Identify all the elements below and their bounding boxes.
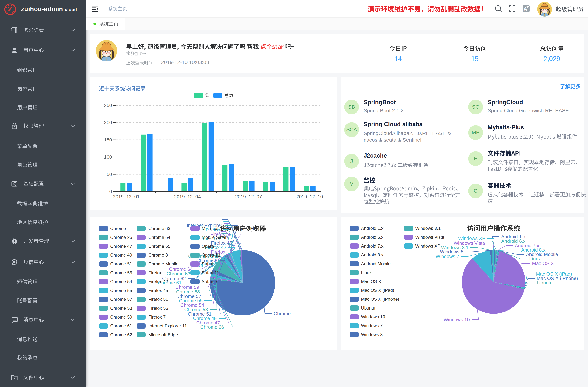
svg-text:Chrome 57: Chrome 57 (110, 297, 132, 302)
svg-text:Windows 7: Windows 7 (436, 254, 459, 259)
svg-text:Chrome 26: Chrome 26 (200, 324, 224, 330)
svg-text:Chrome 47: Chrome 47 (110, 244, 132, 249)
svg-text:Chrome 59: Chrome 59 (110, 314, 132, 320)
svg-text:Firefox 56: Firefox 56 (148, 306, 168, 311)
svg-text:250: 250 (104, 102, 112, 108)
svg-text:Windows 10: Windows 10 (361, 314, 385, 319)
svg-text:A: A (524, 6, 527, 12)
svg-text:Mac OS X (iPhone): Mac OS X (iPhone) (361, 297, 399, 302)
svg-text:Safari 9: Safari 9 (202, 279, 217, 284)
svg-text:Android 7.x: Android 7.x (361, 244, 383, 248)
svg-text:Chrome 8: Chrome 8 (148, 253, 168, 258)
svg-text:2019–12–07: 2019–12–07 (235, 194, 262, 199)
svg-text:Android 1.x: Android 1.x (361, 226, 383, 231)
svg-text:Android Mobile: Android Mobile (361, 261, 391, 266)
svg-text:Android 8.x: Android 8.x (361, 252, 383, 257)
svg-text:Android 6.x: Android 6.x (361, 235, 383, 240)
svg-text:Linux: Linux (361, 270, 372, 275)
svg-text:Windows 10: Windows 10 (443, 317, 470, 323)
svg-text:Safari: Safari (202, 261, 213, 266)
svg-text:Windows 8: Windows 8 (361, 332, 383, 337)
svg-text:150: 150 (104, 137, 112, 143)
svg-text:Ubuntu: Ubuntu (361, 306, 375, 310)
svg-text:Windows Vista: Windows Vista (415, 235, 444, 240)
svg-text:Mac OS X: Mac OS X (361, 279, 381, 284)
svg-text:Chrome 55: Chrome 55 (110, 288, 132, 293)
svg-text:Chrome 61: Chrome 61 (110, 323, 132, 328)
svg-text:Firefox 45: Firefox 45 (148, 288, 168, 293)
svg-text:Chrome 64: Chrome 64 (148, 235, 170, 240)
svg-text:Chrome: Chrome (274, 311, 291, 316)
svg-text:Chrome 53: Chrome 53 (110, 270, 132, 275)
svg-text:2019–12–01: 2019–12–01 (113, 194, 140, 199)
svg-text:Chrome 58: Chrome 58 (110, 306, 132, 311)
svg-text:Chrome: Chrome (110, 226, 126, 231)
svg-text:2019–12–04: 2019–12–04 (174, 194, 201, 199)
svg-text:Microsoft Edge: Microsoft Edge (148, 332, 178, 337)
svg-text:Safari 11: Safari 11 (202, 270, 219, 275)
svg-text:Chrome 49: Chrome 49 (110, 253, 132, 258)
svg-text:Mobile Safari: Mobile Safari (202, 235, 228, 240)
svg-text:Chrome 51: Chrome 51 (110, 261, 132, 266)
svg-text:Chrome 65: Chrome 65 (148, 244, 170, 249)
svg-text:Internet Explorer 11: Internet Explorer 11 (148, 323, 187, 328)
svg-text:Chrome 63: Chrome 63 (148, 226, 170, 231)
svg-text:Chrome 26: Chrome 26 (110, 235, 132, 240)
svg-text:Opera 12: Opera 12 (202, 253, 220, 258)
svg-text:Firefox 51: Firefox 51 (148, 297, 168, 302)
svg-text:0: 0 (109, 189, 112, 194)
svg-text:Windows XP: Windows XP (415, 244, 440, 248)
svg-text:100: 100 (104, 154, 112, 160)
svg-text:200: 200 (104, 120, 112, 125)
svg-text:Z: Z (8, 5, 13, 13)
svg-text:Firefox 42: Firefox 42 (148, 279, 168, 284)
svg-text:Chrome 62: Chrome 62 (110, 332, 132, 337)
svg-text:Firefox 7: Firefox 7 (148, 314, 166, 320)
svg-text:Opera: Opera (202, 244, 214, 249)
svg-text:50: 50 (107, 172, 112, 177)
svg-text:Chrome 54: Chrome 54 (110, 279, 132, 284)
svg-text:2019–12–10: 2019–12–10 (296, 194, 323, 199)
svg-text:Firefox: Firefox (148, 270, 162, 275)
svg-text:Windows 8.1: Windows 8.1 (415, 226, 441, 231)
svg-text:Mac OS X (iPad): Mac OS X (iPad) (361, 288, 394, 293)
svg-text:Windows 7: Windows 7 (361, 323, 383, 328)
svg-text:Mac OS X: Mac OS X (532, 261, 554, 266)
svg-text:Ubuntu: Ubuntu (537, 280, 553, 285)
svg-text:Chrome Mobile: Chrome Mobile (148, 261, 178, 266)
